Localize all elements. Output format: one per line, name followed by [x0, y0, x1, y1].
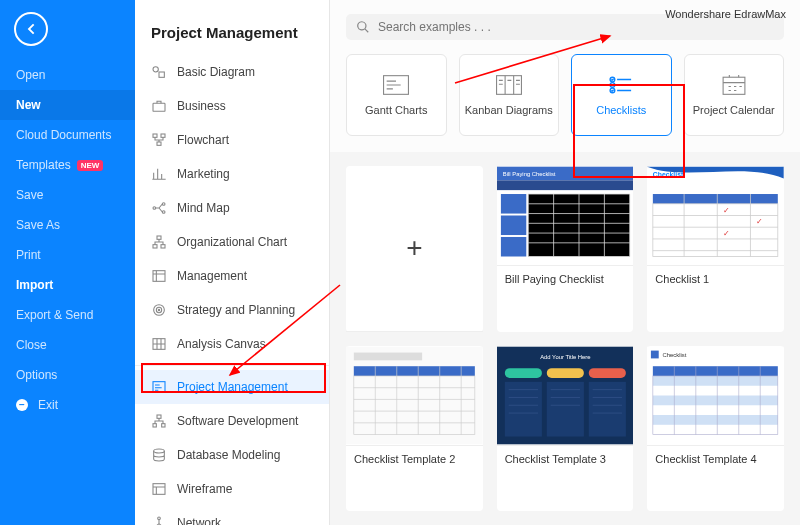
cat-wireframe[interactable]: Wireframe	[135, 472, 329, 506]
type-project-calendar[interactable]: Project Calendar	[684, 54, 785, 136]
cat-network[interactable]: Network	[135, 506, 329, 525]
svg-text:Add Your Title Here: Add Your Title Here	[540, 354, 590, 360]
nav-exit[interactable]: − Exit	[0, 390, 135, 420]
svg-point-13	[154, 305, 165, 316]
svg-rect-10	[153, 245, 157, 248]
new-badge: NEW	[77, 160, 104, 171]
kanban-type-icon	[495, 74, 523, 96]
left-nav: Open New Cloud Documents Templates NEW S…	[0, 0, 135, 525]
back-button[interactable]	[14, 12, 48, 46]
template-blank[interactable]: +	[346, 166, 483, 332]
type-checklists[interactable]: Checklists	[571, 54, 672, 136]
svg-point-0	[153, 67, 158, 72]
template-thumb	[346, 346, 483, 446]
svg-rect-5	[157, 142, 161, 145]
cat-org-chart[interactable]: Organizational Chart	[135, 225, 329, 259]
nav-close[interactable]: Close	[0, 330, 135, 360]
briefcase-icon	[151, 98, 167, 114]
nav-exit-label: Exit	[38, 398, 58, 412]
gantt-type-icon	[382, 74, 410, 96]
sw-icon	[151, 413, 167, 429]
type-row: Gantt Charts Kanban Diagrams Checklists …	[330, 54, 800, 152]
svg-rect-59	[653, 366, 778, 376]
svg-point-8	[162, 211, 165, 214]
template-label: Checklist 1	[647, 266, 784, 292]
mgmt-icon	[151, 268, 167, 284]
svg-rect-62	[653, 415, 778, 425]
svg-point-7	[162, 203, 165, 206]
cat-marketing[interactable]: Marketing	[135, 157, 329, 191]
bars-icon	[151, 166, 167, 182]
svg-rect-50	[504, 368, 541, 378]
svg-rect-37	[501, 237, 526, 257]
nav-save[interactable]: Save	[0, 180, 135, 210]
svg-rect-27	[496, 76, 521, 95]
nav-cloud-documents[interactable]: Cloud Documents	[0, 120, 135, 150]
svg-point-23	[158, 517, 161, 520]
template-checklist-2[interactable]: Checklist Template 2	[346, 346, 483, 512]
template-grid: + Bill Paying Checklist Bill Paying Chec…	[330, 152, 800, 525]
template-checklist-3[interactable]: Add Your Title Here Checklist Template 3	[497, 346, 634, 512]
cat-management[interactable]: Management	[135, 259, 329, 293]
cat-analysis-canvas[interactable]: Analysis Canvas	[135, 327, 329, 361]
shapes-icon	[151, 64, 167, 80]
nav-open[interactable]: Open	[0, 60, 135, 90]
nav-templates[interactable]: Templates NEW	[0, 150, 135, 180]
canvas-icon	[151, 336, 167, 352]
svg-rect-52	[588, 368, 625, 378]
svg-rect-18	[157, 415, 161, 418]
template-label: Bill Paying Checklist	[497, 266, 634, 292]
template-thumb: Bill Paying Checklist	[497, 166, 634, 266]
nav-export-send[interactable]: Export & Send	[0, 300, 135, 330]
cat-flowchart[interactable]: Flowchart	[135, 123, 329, 157]
svg-rect-4	[161, 134, 165, 137]
template-label: Checklist Template 2	[346, 446, 483, 472]
template-checklist-4[interactable]: Checklist Checklist Template 4	[647, 346, 784, 512]
template-bill-paying[interactable]: Bill Paying Checklist Bill Paying Checkl…	[497, 166, 634, 332]
nav-new[interactable]: New	[0, 90, 135, 120]
cat-business[interactable]: Business	[135, 89, 329, 123]
cat-project-management[interactable]: Project Management	[135, 370, 329, 404]
svg-text:Checklist: Checklist	[663, 352, 687, 358]
nav-import[interactable]: Import	[0, 270, 135, 300]
category-title: Project Management	[135, 0, 329, 55]
cat-database[interactable]: Database Modeling	[135, 438, 329, 472]
svg-text:✓: ✓	[757, 217, 764, 226]
type-kanban[interactable]: Kanban Diagrams	[459, 54, 560, 136]
brand-label: Wondershare EdrawMax	[665, 8, 786, 20]
svg-text:✓: ✓	[723, 206, 730, 215]
template-checklist-1[interactable]: Checklist✓✓✓ Checklist 1	[647, 166, 784, 332]
right-pane: Wondershare EdrawMax Gantt Charts Kanban…	[330, 0, 800, 525]
cat-strategy[interactable]: Strategy and Planning	[135, 293, 329, 327]
org-icon	[151, 234, 167, 250]
template-label: Checklist Template 3	[497, 446, 634, 472]
search-input[interactable]	[378, 20, 774, 34]
svg-rect-53	[504, 381, 541, 436]
svg-rect-57	[651, 350, 659, 358]
template-thumb: Checklist✓✓✓	[647, 166, 784, 266]
svg-rect-51	[546, 368, 583, 378]
svg-rect-40	[653, 204, 778, 257]
cat-mind-map[interactable]: Mind Map	[135, 191, 329, 225]
svg-rect-39	[653, 194, 778, 204]
cat-software-dev[interactable]: Software Development	[135, 404, 329, 438]
nav-save-as[interactable]: Save As	[0, 210, 135, 240]
svg-point-15	[158, 309, 159, 310]
nav-print[interactable]: Print	[0, 240, 135, 270]
svg-rect-17	[153, 382, 165, 393]
svg-rect-44	[346, 346, 483, 444]
cat-basic-diagram[interactable]: Basic Diagram	[135, 55, 329, 89]
svg-point-14	[156, 307, 161, 312]
svg-rect-19	[153, 424, 156, 427]
svg-rect-34	[497, 180, 634, 190]
nav-templates-label: Templates	[16, 158, 71, 172]
nav-options[interactable]: Options	[0, 360, 135, 390]
template-thumb: Checklist	[647, 346, 784, 446]
target-icon	[151, 302, 167, 318]
mind-icon	[151, 200, 167, 216]
svg-text:Checklist: Checklist	[653, 171, 684, 178]
svg-rect-2	[153, 103, 165, 111]
type-gantt-charts[interactable]: Gantt Charts	[346, 54, 447, 136]
arrow-left-icon	[23, 21, 39, 37]
svg-rect-60	[653, 375, 778, 385]
